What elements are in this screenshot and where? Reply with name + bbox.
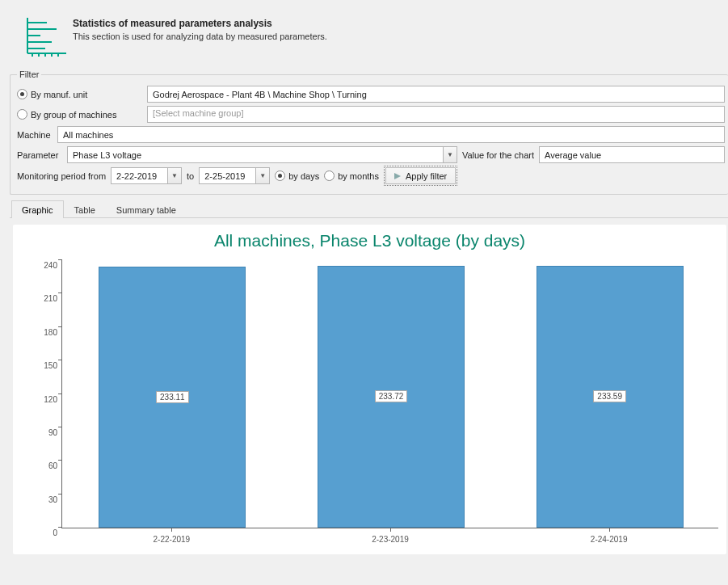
y-tick-label: 150: [33, 361, 57, 370]
date-from-input[interactable]: 2-22-2019 ▼: [111, 167, 182, 184]
radio-label: by months: [338, 171, 379, 181]
radio-dot-icon: [17, 109, 27, 120]
radio-dot-icon: [17, 89, 27, 99]
y-tick-label: 0: [33, 528, 57, 537]
play-triangle-icon: [394, 173, 401, 179]
chevron-down-icon: ▼: [167, 168, 181, 183]
period-from-label: Monitoring period from: [17, 171, 106, 181]
y-tick-label: 60: [33, 461, 57, 470]
x-tick-label: 2-22-2019: [99, 535, 244, 544]
y-tick-label: 120: [33, 394, 57, 403]
tab-table[interactable]: Table: [64, 200, 106, 218]
x-tick-label: 2-23-2019: [318, 535, 463, 544]
page-title: Statistics of measured parameters analys…: [73, 18, 327, 29]
y-tick-label: 90: [33, 427, 57, 436]
chart-title: All machines, Phase L3 voltage (by days): [13, 225, 726, 259]
tabs: Graphic Table Summary table: [10, 200, 728, 218]
x-tick-label: 2-24-2019: [537, 535, 682, 544]
filter-legend: Filter: [17, 69, 41, 79]
radio-by-months[interactable]: by months: [324, 170, 379, 181]
radio-label: By group of machines: [31, 110, 116, 120]
chart-bar-label: 233.59: [593, 390, 626, 402]
date-to-value: 2-25-2019: [200, 170, 255, 183]
y-tick-label: 210: [33, 294, 57, 303]
manuf-unit-input[interactable]: [147, 86, 725, 103]
filter-panel: Filter By manuf. unit By group of machin…: [10, 69, 728, 195]
chart-bar-label: 233.11: [156, 391, 189, 403]
chevron-down-icon: ▼: [255, 168, 269, 183]
y-tick-label: 30: [33, 495, 57, 503]
chart-bar: 233.11: [99, 267, 246, 528]
apply-filter-label: Apply filter: [406, 171, 447, 181]
chart-bar-label: 233.72: [375, 390, 408, 402]
parameter-select[interactable]: Phase L3 voltage ▼: [67, 146, 457, 163]
period-to-label: to: [187, 171, 194, 181]
chart-bar: 233.59: [537, 266, 684, 528]
radio-dot-icon: [275, 170, 285, 181]
chart-area: All machines, Phase L3 voltage (by days)…: [10, 218, 728, 561]
machine-input[interactable]: [57, 126, 725, 143]
parameter-label: Parameter: [17, 150, 62, 160]
group-placeholder: [Select machine group]: [153, 108, 244, 118]
tab-graphic[interactable]: Graphic: [11, 200, 64, 218]
date-to-input[interactable]: 2-25-2019 ▼: [199, 167, 270, 184]
chart-plot: 0306090120150180210240233.112-22-2019233…: [61, 260, 718, 528]
value-for-chart-label: Value for the chart: [462, 150, 534, 160]
y-tick-label: 180: [33, 327, 57, 336]
radio-label: By manuf. unit: [31, 90, 87, 99]
radio-dot-icon: [324, 170, 335, 181]
chevron-down-icon: ▼: [443, 147, 457, 162]
value-for-chart-input[interactable]: [539, 146, 725, 163]
chart-box: All machines, Phase L3 voltage (by days)…: [13, 225, 726, 554]
tab-summary-table[interactable]: Summary table: [106, 200, 187, 218]
radio-by-group[interactable]: By group of machines: [17, 109, 142, 120]
machine-label: Machine: [17, 130, 53, 140]
group-input[interactable]: [Select machine group]: [147, 106, 725, 123]
radio-by-days[interactable]: by days: [275, 170, 319, 181]
apply-filter-button[interactable]: Apply filter: [384, 166, 457, 186]
parameter-value: Phase L3 voltage: [68, 149, 443, 162]
date-from-value: 2-22-2019: [112, 170, 167, 183]
stats-bars-icon: [23, 15, 71, 60]
chart-bar: 233.72: [318, 266, 465, 528]
y-tick-label: 240: [33, 261, 57, 270]
page-subtitle: This section is used for analyzing data …: [73, 32, 327, 41]
radio-by-manuf-unit[interactable]: By manuf. unit: [17, 89, 142, 99]
radio-label: by days: [288, 171, 319, 181]
header: Statistics of measured parameters analys…: [0, 0, 728, 65]
